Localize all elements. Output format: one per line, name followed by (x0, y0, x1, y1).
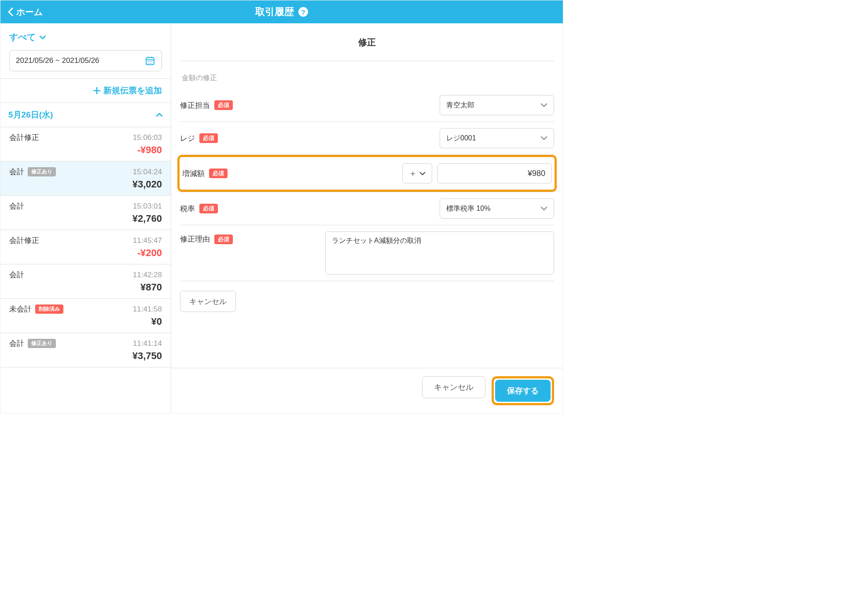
plus-icon (93, 87, 101, 95)
field-register: レジ 必須 レジ0001 (180, 122, 554, 155)
transaction-item[interactable]: 会計修正あり11:41:14¥3,750 (0, 333, 171, 367)
chevron-up-icon (156, 113, 163, 117)
page-title: 取引履歴 ? (255, 5, 308, 18)
transaction-item[interactable]: 未会計削除済み11:41:58¥0 (0, 299, 171, 333)
date-group-header[interactable]: 5月26日(水) (0, 103, 171, 127)
tx-time: 15:06:03 (133, 133, 162, 142)
svg-point-5 (150, 61, 151, 62)
reason-textarea[interactable] (325, 231, 554, 275)
transaction-item[interactable]: 会計修正15:06:03-¥980 (0, 127, 171, 161)
chevron-left-icon (7, 7, 14, 16)
home-label: ホーム (16, 6, 43, 18)
sidebar: すべて 2021/05/26 ~ 2021/05/26 (0, 23, 171, 413)
transaction-item[interactable]: 会計11:42:28¥870 (0, 264, 171, 299)
status-badge: 修正あり (28, 167, 56, 176)
cancel-button[interactable]: キャンセル (422, 376, 485, 398)
amount-highlight: 増減額 必須 ＋ (177, 155, 557, 192)
tx-title: 会計修正 (9, 235, 39, 246)
transaction-item[interactable]: 会計修正11:45:47-¥200 (0, 230, 171, 264)
tx-amount: ¥0 (9, 316, 162, 327)
svg-point-6 (151, 61, 152, 62)
field-staff: 修正担当 必須 青空太郎 (180, 89, 554, 122)
app-header: ホーム 取引履歴 ? (0, 0, 563, 23)
field-tax: 税率 必須 標準税率 10% (180, 192, 554, 225)
svg-point-7 (148, 63, 149, 64)
required-badge: 必須 (209, 169, 228, 178)
tx-title: 会計 (9, 167, 24, 177)
main-panel: 修正 金額の修正 修正担当 必須 青空太郎 (171, 23, 563, 413)
chevron-down-icon (540, 206, 547, 211)
filter-dropdown[interactable]: すべて (9, 31, 162, 43)
tx-amount: ¥3,020 (9, 179, 162, 190)
svg-point-8 (150, 63, 151, 64)
svg-point-4 (148, 61, 149, 62)
tx-amount: -¥980 (9, 144, 162, 156)
register-select[interactable]: レジ0001 (440, 128, 554, 148)
chevron-down-icon (540, 103, 547, 107)
home-button[interactable]: ホーム (0, 6, 50, 18)
tx-title: 会計 (9, 338, 24, 348)
tx-amount: -¥200 (9, 247, 162, 259)
tx-title: 会計修正 (9, 132, 39, 143)
svg-point-2 (148, 56, 149, 57)
help-icon[interactable]: ? (298, 7, 308, 17)
required-badge: 必須 (214, 100, 233, 110)
svg-point-3 (151, 56, 152, 57)
required-badge: 必須 (214, 235, 233, 244)
tx-title: 未会計 (9, 304, 32, 314)
required-badge: 必須 (199, 133, 218, 143)
tx-time: 11:45:47 (133, 236, 162, 245)
tx-amount: ¥3,750 (9, 350, 162, 362)
date-range-input[interactable]: 2021/05/26 ~ 2021/05/26 (9, 50, 162, 71)
cancel-amount-button[interactable]: キャンセル (180, 291, 236, 312)
transaction-list: 会計修正15:06:03-¥980会計修正あり15:04:24¥3,020会計1… (0, 127, 171, 413)
add-slip-button[interactable]: 新規伝票を追加 (93, 85, 162, 96)
chevron-down-icon (39, 35, 46, 40)
required-badge: 必須 (199, 204, 218, 213)
form-section-label: 金額の修正 (180, 61, 554, 89)
tx-amount: ¥2,760 (9, 213, 162, 224)
tx-time: 15:04:24 (133, 168, 162, 176)
tx-time: 11:41:58 (133, 305, 162, 314)
tx-time: 11:41:14 (133, 339, 162, 348)
chevron-down-icon (540, 136, 547, 140)
tx-title: 会計 (9, 270, 24, 280)
calendar-icon (145, 55, 155, 66)
transaction-item[interactable]: 会計15:03:01¥2,760 (0, 196, 171, 230)
tx-time: 11:42:28 (133, 271, 162, 279)
field-amount: 増減額 必須 ＋ (182, 157, 552, 190)
form-footer: キャンセル 保存する (171, 368, 563, 413)
field-reason: 修正理由 必須 (180, 225, 554, 281)
staff-select[interactable]: 青空太郎 (440, 95, 554, 115)
tx-title: 会計 (9, 201, 24, 211)
chevron-down-icon (419, 172, 426, 176)
tx-time: 15:03:01 (133, 202, 162, 211)
save-highlight: 保存する (492, 376, 554, 405)
sign-select[interactable]: ＋ (402, 163, 432, 183)
transaction-item[interactable]: 会計修正あり15:04:24¥3,020 (0, 161, 171, 196)
tax-select[interactable]: 標準税率 10% (440, 198, 554, 219)
status-badge: 削除済み (35, 304, 63, 314)
amount-input[interactable] (437, 163, 552, 183)
svg-point-9 (151, 63, 152, 64)
save-button[interactable]: 保存する (495, 380, 551, 402)
tx-amount: ¥870 (9, 282, 162, 293)
form-title: 修正 (180, 23, 554, 61)
status-badge: 修正あり (28, 339, 56, 348)
